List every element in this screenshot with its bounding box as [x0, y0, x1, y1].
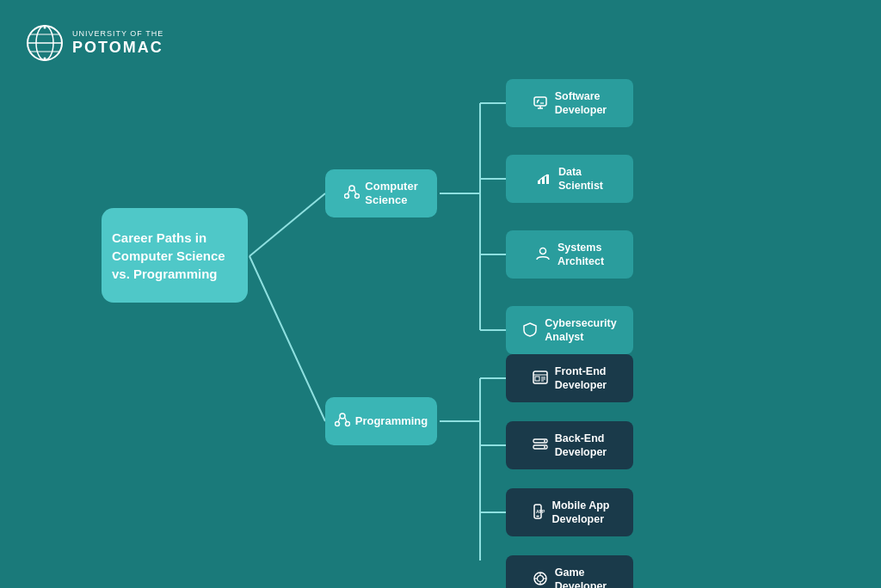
mobile-developer-node: APP Mobile AppDeveloper — [506, 488, 633, 536]
prog-branch-node: Programming — [325, 397, 437, 445]
svg-point-28 — [345, 422, 349, 426]
svg-point-6 — [44, 58, 46, 60]
svg-line-29 — [338, 418, 340, 422]
svg-line-24 — [348, 190, 349, 194]
svg-rect-41 — [535, 377, 539, 381]
svg-point-22 — [345, 194, 349, 199]
logo-globe-icon — [26, 24, 64, 62]
systems-architect-icon — [535, 246, 551, 264]
systems-architect-node: SystemsArchitect — [506, 230, 633, 279]
software-dev-icon — [533, 95, 548, 113]
svg-point-53 — [537, 575, 543, 581]
prog-branch-label: Programming — [355, 414, 428, 428]
frontend-icon — [533, 370, 548, 388]
svg-point-47 — [544, 440, 545, 442]
software-developer-node: SoftwareDeveloper — [506, 79, 633, 127]
svg-rect-31 — [534, 97, 546, 106]
game-developer-label: GameDeveloper — [555, 566, 607, 588]
svg-rect-37 — [546, 175, 549, 184]
cybersecurity-analyst-node: CybersecurityAnalyst — [506, 306, 633, 354]
svg-point-26 — [340, 413, 345, 419]
svg-point-23 — [355, 194, 360, 199]
frontend-developer-label: Front-EndDeveloper — [555, 364, 607, 393]
svg-point-38 — [539, 248, 545, 254]
svg-line-8 — [250, 256, 325, 421]
data-scientist-icon — [536, 170, 551, 188]
svg-line-30 — [345, 418, 347, 422]
mobile-developer-label: Mobile AppDeveloper — [552, 499, 610, 527]
svg-point-21 — [349, 186, 354, 191]
backend-icon — [533, 437, 548, 455]
systems-architect-label: SystemsArchitect — [558, 241, 604, 269]
cybersecurity-icon — [522, 322, 538, 340]
game-icon — [533, 571, 548, 589]
data-scientist-label: DataScientist — [558, 165, 603, 193]
svg-point-27 — [335, 422, 339, 426]
backend-developer-node: Back-EndDeveloper — [506, 421, 633, 469]
svg-line-7 — [250, 193, 325, 256]
mobile-icon: APP — [530, 504, 545, 522]
svg-text:APP: APP — [536, 509, 545, 514]
software-developer-label: SoftwareDeveloper — [555, 89, 607, 118]
game-developer-node: GameDeveloper — [506, 555, 633, 588]
svg-point-5 — [44, 27, 46, 29]
cs-branch-label: ComputerScience — [365, 180, 417, 206]
cybersecurity-analyst-label: CybersecurityAnalyst — [545, 316, 616, 345]
prog-icon — [335, 412, 350, 431]
main-card: Career Paths in Computer Science vs. Pro… — [102, 208, 248, 303]
diagram-container: Career Paths in Computer Science vs. Pro… — [84, 28, 859, 560]
svg-rect-35 — [538, 181, 540, 184]
cs-icon — [344, 184, 360, 203]
svg-line-25 — [354, 190, 356, 194]
svg-point-48 — [544, 446, 545, 448]
main-card-title: Career Paths in Computer Science vs. Pro… — [112, 229, 237, 283]
frontend-developer-node: Front-EndDeveloper — [506, 354, 633, 402]
cs-branch-node: ComputerScience — [325, 169, 437, 217]
data-scientist-node: DataScientist — [506, 155, 633, 203]
backend-developer-label: Back-EndDeveloper — [555, 432, 607, 460]
